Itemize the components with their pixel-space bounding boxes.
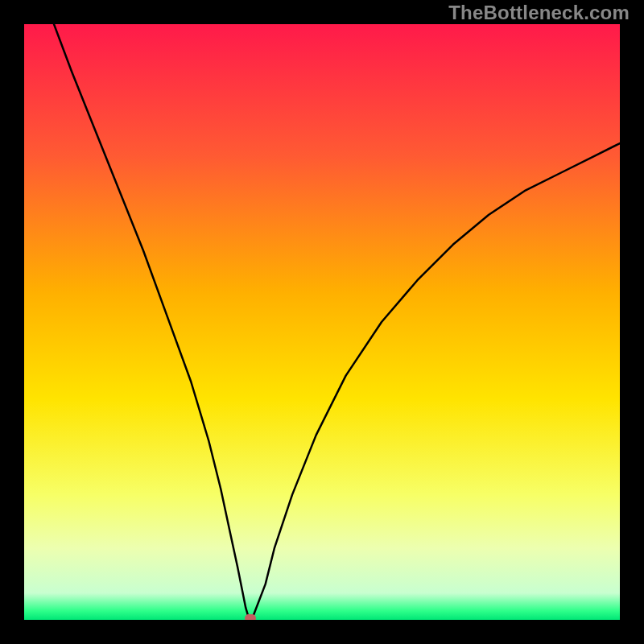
plot-area [24, 24, 620, 620]
bottleneck-curve [24, 24, 620, 620]
chart-frame: TheBottleneck.com [0, 0, 644, 644]
optimum-marker [245, 614, 256, 620]
watermark-text: TheBottleneck.com [448, 2, 630, 24]
